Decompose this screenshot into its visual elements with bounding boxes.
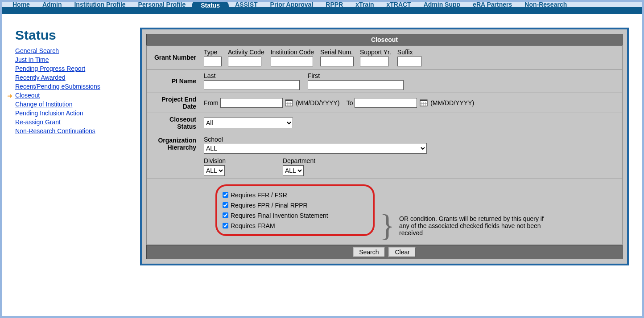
nav-item-assist[interactable]: ASSIST (229, 0, 264, 10)
sidebar-link-recent-pending-esubmissions[interactable]: Recent/Pending eSubmissions (15, 83, 100, 90)
brace-text: OR condition. Grants will be returned by… (399, 215, 546, 236)
grant-field-label: Suffix (397, 49, 422, 56)
nav-item-prior-approval[interactable]: Prior Approval (264, 0, 320, 10)
org-hierarchy-row: School ALL Division ALL (200, 133, 623, 179)
sidebar-link-recently-awarded[interactable]: Recently Awarded (15, 74, 66, 81)
from-label: From (204, 99, 219, 106)
checkbox-requires-ffr-fsr[interactable] (223, 192, 228, 198)
sidebar-link-pending-progress-report[interactable]: Pending Progress Report (15, 65, 85, 72)
brace-icon: } (380, 212, 395, 239)
checkbox-label: Requires FFR / FSR (231, 192, 287, 199)
nav-item-admin-supp[interactable]: Admin Supp (417, 0, 466, 10)
pi-last-input[interactable] (204, 80, 300, 90)
closeout-status-row: All (200, 113, 623, 133)
nav-item-admin[interactable]: Admin (36, 0, 68, 10)
requires-checkbox-group: Requires FFR / FSRRequires FPR / Final R… (215, 184, 375, 236)
sidebar: Status General SearchJust In TimePending… (15, 28, 136, 265)
checkbox-label: Requires Final Invention Statement (231, 212, 328, 219)
grant-activity-code-input[interactable] (228, 57, 261, 66)
nav-item-status[interactable]: Status (192, 0, 229, 11)
grant-field-label: Institution Code (271, 49, 314, 56)
school-select[interactable]: ALL (204, 143, 427, 154)
grant-field-label: Type (204, 49, 222, 56)
checkbox-requires-fpr-final-rppr[interactable] (223, 202, 228, 208)
search-button[interactable]: Search (353, 247, 385, 257)
grant-field-label: Support Yr. (360, 49, 391, 56)
pi-first-label: First (308, 72, 404, 79)
checkbox-requires-final-invention-statement[interactable] (223, 212, 228, 218)
department-select[interactable]: ALL (283, 165, 304, 176)
nav-bar: HomeAdminInstitution ProfilePersonal Pro… (2, 2, 642, 14)
svg-rect-7 (420, 100, 427, 101)
checkbox-label: Requires FRAM (231, 222, 275, 229)
requires-row: Requires FFR / FSRRequires FPR / Final R… (200, 179, 623, 245)
nav-item-non-research[interactable]: Non-Research (518, 0, 573, 10)
sidebar-link-closeout[interactable]: Closeout (15, 92, 40, 99)
nav-item-xtract[interactable]: xTRACT (380, 0, 417, 10)
to-date-input[interactable] (355, 98, 417, 108)
date-hint-to: (MM/DD/YYYY) (430, 99, 474, 106)
content-area: Closeout Grant Number TypeActivity CodeI… (140, 28, 629, 265)
calendar-icon[interactable] (285, 98, 293, 108)
sidebar-link-change-of-institution[interactable]: Change of Institution (15, 101, 72, 108)
closeout-status-select[interactable]: All (204, 118, 293, 128)
project-end-label: Project End Date (147, 93, 200, 113)
sidebar-link-pending-inclusion-action[interactable]: Pending Inclusion Action (15, 110, 83, 117)
org-hierarchy-label: Organization Hierarchy (147, 133, 200, 179)
nav-item-xtrain[interactable]: xTrain (349, 0, 380, 10)
to-label: To (347, 99, 353, 106)
pi-name-row: Last First (200, 69, 623, 93)
arrow-icon: ➜ (7, 92, 12, 99)
grant-institution-code-input[interactable] (271, 57, 313, 66)
pi-last-label: Last (204, 72, 300, 79)
svg-rect-1 (285, 100, 293, 101)
project-end-row: From (MM/DD/YYYY) To (200, 93, 623, 113)
closeout-status-label: Closeout Status (147, 113, 200, 133)
sidebar-link-non-research-continuations[interactable]: Non-Research Continuations (15, 127, 95, 135)
checkbox-requires-fram[interactable] (223, 223, 228, 228)
grant-field-label: Activity Code (228, 49, 264, 56)
nav-item-personal-profile[interactable]: Personal Profile (132, 0, 192, 10)
sidebar-link-general-search[interactable]: General Search (15, 47, 59, 54)
grant-field-label: Serial Num. (320, 49, 354, 56)
closeout-panel: Closeout Grant Number TypeActivity CodeI… (140, 28, 629, 265)
nav-item-era-partners[interactable]: eRA Partners (466, 0, 518, 10)
footer-row: Search Clear (146, 245, 623, 259)
grant-number-label: Grant Number (147, 46, 200, 69)
clear-button[interactable]: Clear (388, 247, 416, 257)
school-label: School (204, 136, 223, 143)
pi-first-input[interactable] (308, 80, 404, 90)
grant-type-input[interactable] (204, 57, 222, 66)
department-label: Department (283, 157, 315, 164)
calendar-icon[interactable] (420, 98, 428, 108)
grant-support-yr--input[interactable] (360, 57, 389, 66)
nav-item-institution-profile[interactable]: Institution Profile (68, 0, 132, 10)
page-title: Status (15, 28, 136, 43)
sidebar-links: General SearchJust In TimePending Progre… (15, 46, 136, 135)
division-select[interactable]: ALL (204, 165, 225, 176)
checkbox-label: Requires FPR / Final RPPR (231, 202, 308, 209)
grant-fields-row: TypeActivity CodeInstitution CodeSerial … (200, 46, 623, 69)
nav-item-rppr[interactable]: RPPR (319, 0, 349, 10)
pi-name-label: PI Name (147, 69, 200, 93)
sidebar-link-just-in-time[interactable]: Just In Time (15, 56, 49, 63)
grant-suffix-input[interactable] (397, 57, 422, 66)
date-hint-from: (MM/DD/YYYY) (296, 99, 339, 106)
nav-item-home[interactable]: Home (6, 0, 36, 10)
division-label: Division (204, 157, 226, 164)
panel-header: Closeout (146, 34, 623, 45)
from-date-input[interactable] (220, 98, 283, 108)
grant-serial-num--input[interactable] (320, 57, 354, 66)
sidebar-link-re-assign-grant[interactable]: Re-assign Grant (15, 118, 61, 126)
